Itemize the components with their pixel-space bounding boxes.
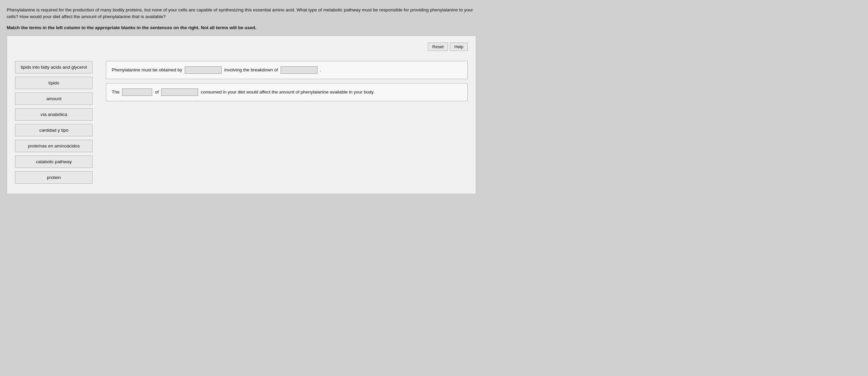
main-box: Reset Help lipids into fatty acids and g… xyxy=(7,35,476,194)
term-catabolic-pathway[interactable]: catabolic pathway xyxy=(15,156,93,168)
drop-blank-4[interactable] xyxy=(161,89,198,96)
help-button[interactable]: Help xyxy=(450,42,468,51)
term-proteinas[interactable]: proteínas en aminoácidos xyxy=(15,140,93,152)
drop-blank-2[interactable] xyxy=(281,66,317,74)
term-via-anabolica[interactable]: vía anabólica xyxy=(15,108,93,121)
right-column: Phenylalanine must be obtained by involv… xyxy=(106,61,468,101)
sentence-box-2: The of consumed in your diet would affec… xyxy=(106,83,468,101)
drop-blank-1[interactable] xyxy=(185,66,222,74)
drop-blank-3[interactable] xyxy=(122,89,152,96)
sentence1-part1: Phenylalanine must be obtained by xyxy=(112,67,182,72)
term-lipids[interactable]: lipids into fatty acids and glycerol xyxy=(15,61,93,73)
sentence2-of: of xyxy=(155,90,159,94)
sentence2-part2: consumed in your diet would affect the a… xyxy=(201,90,374,94)
sentence1-period: . xyxy=(320,67,321,72)
top-buttons: Reset Help xyxy=(15,42,468,51)
sentence-box-1: Phenylalanine must be obtained by involv… xyxy=(106,61,468,79)
term-amount[interactable]: amount xyxy=(15,93,93,105)
page-wrapper: Phenylalanine is required for the produc… xyxy=(7,7,476,194)
reset-button[interactable]: Reset xyxy=(428,42,448,51)
left-column: lipids into fatty acids and glycerol líp… xyxy=(15,61,93,184)
term-lipido[interactable]: lípido xyxy=(15,77,93,89)
sentence2-the: The xyxy=(112,90,119,94)
instruction-text: Match the terms in the left column to th… xyxy=(7,25,476,30)
content-area: lipids into fatty acids and glycerol líp… xyxy=(15,61,468,184)
term-protein[interactable]: protein xyxy=(15,171,93,184)
sentence1-part2: involving the breakdown of xyxy=(224,67,278,72)
intro-text: Phenylalanine is required for the produc… xyxy=(7,7,476,21)
term-cantidad-tipo[interactable]: cantidad y tipo xyxy=(15,124,93,136)
